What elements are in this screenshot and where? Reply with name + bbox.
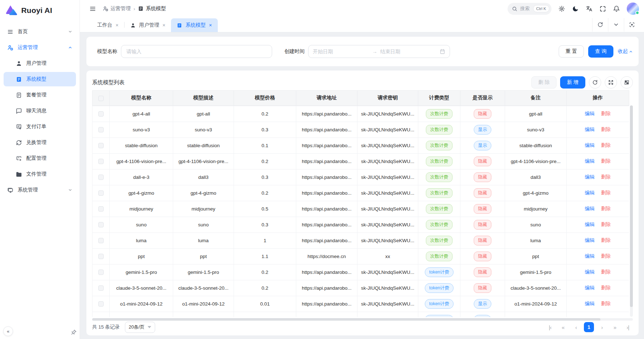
chevron-down-icon[interactable]	[613, 22, 619, 28]
edit-link[interactable]: 编辑	[585, 111, 595, 116]
sidebar-item-payment-orders[interactable]: 支付订单	[4, 119, 76, 134]
language-translate-icon[interactable]	[586, 5, 593, 12]
delete-link[interactable]: 删除	[601, 253, 611, 259]
delete-link[interactable]: 删除	[601, 190, 611, 195]
row-checkbox[interactable]	[98, 301, 104, 307]
dark-mode-moon-icon[interactable]	[572, 5, 579, 12]
collapse-filter-link[interactable]: 收起	[618, 48, 633, 55]
reset-button[interactable]: 重 置	[559, 45, 584, 58]
delete-link[interactable]: 删除	[601, 158, 611, 164]
fast-next-button[interactable]: »	[610, 322, 620, 332]
row-checkbox[interactable]	[98, 254, 104, 259]
page-size-select[interactable]: 20条/页	[125, 322, 155, 333]
vertical-scrollbar[interactable]	[630, 105, 633, 317]
edit-link[interactable]: 编辑	[585, 238, 595, 243]
delete-link[interactable]: 删除	[601, 174, 611, 180]
close-icon[interactable]: ×	[209, 23, 212, 28]
horizontal-scrollbar[interactable]	[92, 318, 633, 321]
row-checkbox[interactable]	[98, 127, 104, 132]
delete-link[interactable]: 删除	[601, 269, 611, 275]
horizontal-scrollbar-thumb[interactable]	[92, 318, 600, 321]
edit-link[interactable]: 编辑	[585, 206, 595, 211]
sidebar-item-file-management[interactable]: 文件管理	[4, 167, 76, 181]
cell-operations: 编辑删除	[567, 248, 629, 264]
row-checkbox[interactable]	[98, 206, 104, 212]
close-icon[interactable]: ×	[116, 23, 118, 28]
collapse-sidebar-icon[interactable]	[89, 5, 96, 12]
row-checkbox[interactable]	[98, 238, 104, 243]
sidebar-item-chat-messages[interactable]: 聊天消息	[4, 104, 76, 118]
row-checkbox[interactable]	[98, 175, 104, 180]
edit-link[interactable]: 编辑	[585, 301, 595, 306]
page-size-value: 20条/页	[129, 324, 145, 330]
sidebar-item-system-model[interactable]: 系统模型	[4, 72, 76, 86]
end-date-input[interactable]	[380, 49, 437, 54]
tab-user-management[interactable]: 用户管理 ×	[125, 18, 171, 32]
next-page-button[interactable]: ›	[597, 322, 607, 332]
table-refresh-icon[interactable]	[589, 76, 601, 89]
delete-link[interactable]: 删除	[601, 285, 611, 290]
edit-link[interactable]: 编辑	[585, 269, 595, 275]
fullscreen-icon[interactable]	[599, 5, 606, 12]
edit-link[interactable]: 编辑	[585, 158, 595, 164]
table-zone: 模型名称模型描述模型价格请求地址请求密钥计费类型是否显示备注操作 gpt-4-a…	[92, 90, 633, 317]
delete-link[interactable]: 删除	[601, 111, 611, 116]
edit-link[interactable]: 编辑	[585, 285, 595, 290]
delete-link[interactable]: 删除	[601, 143, 611, 148]
column-settings-icon[interactable]	[621, 76, 633, 89]
start-date-input[interactable]	[313, 49, 369, 54]
sidebar-item-package-management[interactable]: 套餐管理	[4, 88, 76, 102]
refresh-icon[interactable]	[597, 22, 603, 28]
settings-gear-icon[interactable]	[558, 5, 565, 12]
select-all-checkbox[interactable]	[98, 96, 104, 101]
current-page-button[interactable]: 1	[584, 322, 594, 332]
row-checkbox[interactable]	[98, 270, 104, 275]
delete-link[interactable]: 删除	[601, 206, 611, 211]
row-checkbox[interactable]	[98, 222, 104, 227]
cell-request-key: sk-JIUQLNndqSeKWU...	[357, 280, 418, 296]
sidebar-item-user-management[interactable]: 用户管理	[4, 56, 76, 71]
sidebar-collapse-fab[interactable]: «	[3, 326, 13, 336]
sidebar-item-config-management[interactable]: 配置管理	[4, 151, 76, 166]
first-page-button[interactable]: |‹	[545, 322, 555, 332]
model-name-input[interactable]	[121, 45, 272, 58]
table-fullscreen-icon[interactable]	[605, 76, 617, 89]
delete-link[interactable]: 删除	[601, 238, 611, 243]
cell-billing-type: 次数计费	[418, 201, 460, 217]
delete-link[interactable]: 删除	[601, 127, 611, 132]
edit-link[interactable]: 编辑	[585, 190, 595, 195]
row-checkbox[interactable]	[98, 111, 104, 117]
tab-workbench[interactable]: 工作台 ×	[91, 18, 124, 32]
date-range-picker[interactable]: →	[308, 45, 450, 58]
content-fullscreen-icon[interactable]	[629, 22, 635, 28]
fast-prev-button[interactable]: «	[558, 322, 568, 332]
user-avatar[interactable]	[627, 3, 639, 15]
delete-link[interactable]: 删除	[601, 301, 611, 306]
batch-delete-button[interactable]: 删 除	[531, 76, 557, 89]
edit-link[interactable]: 编辑	[585, 222, 595, 227]
pin-icon[interactable]	[71, 329, 77, 335]
row-checkbox[interactable]	[98, 159, 104, 164]
query-button[interactable]: 查 询	[588, 45, 613, 58]
breadcrumb-parent[interactable]: 运营管理	[103, 5, 131, 12]
close-icon[interactable]: ×	[162, 23, 165, 28]
global-search[interactable]: 搜索 Ctrl K	[508, 3, 551, 15]
sidebar-item-exchange-management[interactable]: 兑换管理	[4, 135, 76, 150]
prev-page-button[interactable]: ‹	[571, 322, 581, 332]
sidebar-item-operations[interactable]: 运营管理	[4, 40, 76, 55]
edit-link[interactable]: 编辑	[585, 127, 595, 132]
edit-link[interactable]: 编辑	[585, 143, 595, 148]
delete-link[interactable]: 删除	[601, 222, 611, 227]
sidebar-item-system-management[interactable]: 系统管理	[4, 183, 76, 197]
edit-link[interactable]: 编辑	[585, 174, 595, 180]
vertical-scrollbar-thumb[interactable]	[630, 105, 633, 307]
row-checkbox[interactable]	[98, 285, 104, 291]
notifications-bell-icon[interactable]	[613, 5, 620, 12]
tab-system-model[interactable]: 系统模型 ×	[171, 18, 217, 32]
row-checkbox[interactable]	[98, 143, 104, 148]
edit-link[interactable]: 编辑	[585, 253, 595, 259]
sidebar-item-home[interactable]: 首页	[4, 24, 76, 39]
row-checkbox[interactable]	[98, 190, 104, 196]
add-button[interactable]: 新 增	[560, 76, 585, 89]
last-page-button[interactable]: ›|	[623, 322, 633, 332]
